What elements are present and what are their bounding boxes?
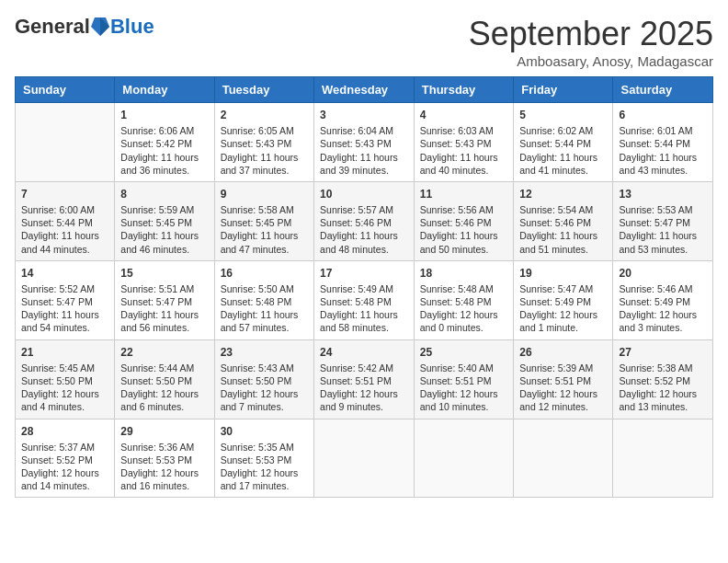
col-tuesday: Tuesday	[214, 77, 313, 103]
sunrise-text: Sunrise: 5:49 AM	[320, 283, 393, 294]
sunset-text: Sunset: 5:53 PM	[221, 454, 292, 465]
day-number: 26	[519, 345, 607, 360]
title-block: September 2025 Amboasary, Anosy, Madagas…	[469, 15, 713, 69]
daylight-text: Daylight: 11 hours and 41 minutes.	[519, 152, 597, 176]
page-header: General Blue September 2025 Amboasary, A…	[15, 15, 713, 69]
sunrise-text: Sunrise: 5:52 AM	[21, 283, 95, 294]
sunset-text: Sunset: 5:46 PM	[320, 217, 392, 228]
sunrise-text: Sunrise: 5:44 AM	[120, 362, 194, 373]
sunset-text: Sunset: 5:52 PM	[619, 375, 690, 386]
calendar-cell	[314, 419, 415, 498]
col-friday: Friday	[514, 77, 613, 103]
sunset-text: Sunset: 5:44 PM	[519, 138, 591, 149]
daylight-text: Daylight: 12 hours and 4 minutes.	[21, 388, 99, 412]
calendar-cell: 7 Sunrise: 6:00 AM Sunset: 5:44 PM Dayli…	[16, 181, 115, 260]
sunset-text: Sunset: 5:46 PM	[519, 217, 591, 228]
calendar-cell: 27 Sunrise: 5:38 AM Sunset: 5:52 PM Dayl…	[613, 339, 713, 419]
sunset-text: Sunset: 5:46 PM	[420, 217, 492, 228]
calendar-cell: 9 Sunrise: 5:58 AM Sunset: 5:45 PM Dayli…	[214, 181, 313, 260]
daylight-text: Daylight: 11 hours and 44 minutes.	[21, 230, 99, 254]
logo-icon	[91, 16, 109, 38]
sunset-text: Sunset: 5:48 PM	[420, 296, 492, 307]
calendar-table: Sunday Monday Tuesday Wednesday Thursday…	[15, 76, 713, 498]
daylight-text: Daylight: 11 hours and 39 minutes.	[320, 152, 398, 176]
day-number: 29	[120, 424, 208, 439]
calendar-cell: 22 Sunrise: 5:44 AM Sunset: 5:50 PM Dayl…	[115, 339, 214, 419]
sunset-text: Sunset: 5:43 PM	[420, 138, 492, 149]
daylight-text: Daylight: 11 hours and 51 minutes.	[519, 230, 597, 254]
day-number: 20	[619, 266, 707, 281]
calendar-cell: 21 Sunrise: 5:45 AM Sunset: 5:50 PM Dayl…	[16, 339, 115, 419]
sunrise-text: Sunrise: 5:57 AM	[320, 204, 393, 215]
calendar-cell: 11 Sunrise: 5:56 AM Sunset: 5:46 PM Dayl…	[414, 181, 514, 260]
day-number: 12	[519, 187, 607, 201]
daylight-text: Daylight: 12 hours and 1 minute.	[519, 309, 597, 333]
sunrise-text: Sunrise: 5:53 AM	[619, 204, 692, 215]
calendar-cell: 28 Sunrise: 5:37 AM Sunset: 5:52 PM Dayl…	[16, 419, 115, 498]
day-number: 11	[420, 187, 508, 201]
daylight-text: Daylight: 11 hours and 37 minutes.	[221, 152, 299, 176]
day-number: 7	[21, 187, 108, 201]
sunset-text: Sunset: 5:48 PM	[320, 296, 392, 307]
day-number: 5	[519, 108, 607, 122]
page-subtitle: Amboasary, Anosy, Madagascar	[469, 53, 713, 69]
daylight-text: Daylight: 11 hours and 57 minutes.	[221, 309, 299, 333]
sunrise-text: Sunrise: 5:36 AM	[120, 442, 194, 453]
calendar-cell: 1 Sunrise: 6:06 AM Sunset: 5:42 PM Dayli…	[115, 103, 214, 182]
calendar-cell: 14 Sunrise: 5:52 AM Sunset: 5:47 PM Dayl…	[16, 260, 115, 339]
daylight-text: Daylight: 11 hours and 53 minutes.	[619, 230, 697, 254]
logo-general-text: General	[15, 15, 90, 39]
daylight-text: Daylight: 12 hours and 10 minutes.	[420, 388, 498, 412]
calendar-cell: 15 Sunrise: 5:51 AM Sunset: 5:47 PM Dayl…	[115, 260, 214, 339]
calendar-cell: 10 Sunrise: 5:57 AM Sunset: 5:46 PM Dayl…	[314, 181, 415, 260]
daylight-text: Daylight: 12 hours and 12 minutes.	[519, 388, 597, 412]
sunrise-text: Sunrise: 6:02 AM	[519, 125, 593, 136]
sunset-text: Sunset: 5:47 PM	[120, 296, 192, 307]
calendar-cell	[514, 419, 613, 498]
sunrise-text: Sunrise: 5:54 AM	[519, 204, 593, 215]
sunrise-text: Sunrise: 5:43 AM	[221, 362, 294, 373]
daylight-text: Daylight: 12 hours and 0 minutes.	[420, 309, 498, 333]
calendar-cell: 6 Sunrise: 6:01 AM Sunset: 5:44 PM Dayli…	[613, 103, 713, 182]
day-number: 28	[21, 424, 108, 439]
daylight-text: Daylight: 12 hours and 17 minutes.	[221, 467, 299, 491]
daylight-text: Daylight: 12 hours and 3 minutes.	[619, 309, 697, 333]
sunset-text: Sunset: 5:45 PM	[221, 217, 292, 228]
calendar-cell: 26 Sunrise: 5:39 AM Sunset: 5:51 PM Dayl…	[514, 339, 613, 419]
sunset-text: Sunset: 5:50 PM	[21, 375, 93, 386]
day-number: 3	[320, 108, 408, 122]
logo: General Blue	[15, 15, 154, 39]
daylight-text: Daylight: 11 hours and 48 minutes.	[320, 230, 398, 254]
day-number: 1	[120, 108, 208, 122]
sunrise-text: Sunrise: 6:06 AM	[120, 125, 194, 136]
calendar-cell: 17 Sunrise: 5:49 AM Sunset: 5:48 PM Dayl…	[314, 260, 415, 339]
day-number: 16	[221, 266, 308, 281]
calendar-cell: 13 Sunrise: 5:53 AM Sunset: 5:47 PM Dayl…	[613, 181, 713, 260]
sunrise-text: Sunrise: 6:04 AM	[320, 125, 393, 136]
daylight-text: Daylight: 11 hours and 58 minutes.	[320, 309, 398, 333]
daylight-text: Daylight: 12 hours and 7 minutes.	[221, 388, 299, 412]
daylight-text: Daylight: 11 hours and 54 minutes.	[21, 309, 99, 333]
day-number: 25	[420, 345, 508, 360]
calendar-cell: 12 Sunrise: 5:54 AM Sunset: 5:46 PM Dayl…	[514, 181, 613, 260]
sunrise-text: Sunrise: 5:37 AM	[21, 442, 95, 453]
calendar-cell: 3 Sunrise: 6:04 AM Sunset: 5:43 PM Dayli…	[314, 103, 415, 182]
day-number: 19	[519, 266, 607, 281]
sunrise-text: Sunrise: 6:01 AM	[619, 125, 692, 136]
sunrise-text: Sunrise: 5:58 AM	[221, 204, 294, 215]
sunrise-text: Sunrise: 5:40 AM	[420, 362, 494, 373]
day-number: 4	[420, 108, 508, 122]
calendar-cell	[414, 419, 514, 498]
calendar-cell	[613, 419, 713, 498]
sunrise-text: Sunrise: 6:05 AM	[221, 125, 294, 136]
day-number: 2	[221, 108, 308, 122]
sunrise-text: Sunrise: 5:46 AM	[619, 283, 692, 294]
week-row-1: 1 Sunrise: 6:06 AM Sunset: 5:42 PM Dayli…	[16, 103, 713, 182]
calendar-header-row: Sunday Monday Tuesday Wednesday Thursday…	[16, 77, 713, 103]
calendar-cell: 4 Sunrise: 6:03 AM Sunset: 5:43 PM Dayli…	[414, 103, 514, 182]
day-number: 17	[320, 266, 408, 281]
day-number: 13	[619, 187, 707, 201]
day-number: 30	[221, 424, 308, 439]
calendar-cell: 23 Sunrise: 5:43 AM Sunset: 5:50 PM Dayl…	[214, 339, 313, 419]
sunrise-text: Sunrise: 5:39 AM	[519, 362, 593, 373]
